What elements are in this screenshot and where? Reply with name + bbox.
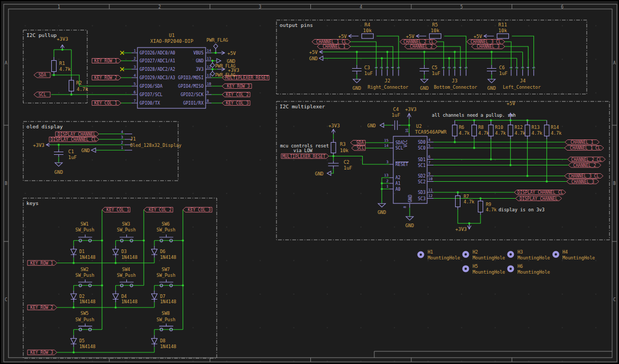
diode-d7[interactable]: D7 1N4148 — [152, 291, 177, 304]
label-key-row-1[interactable]: KEY_ROW_1 — [27, 260, 57, 266]
resistor-r5[interactable]: R5 10k — [429, 22, 441, 39]
power-3v3-icon[interactable]: +3V3 — [328, 123, 340, 135]
gnd-rail-icon[interactable]: GND — [309, 56, 323, 61]
power-5v-rail-icon[interactable]: +5V — [309, 50, 323, 55]
label-channel-1-cl[interactable]: CHANNEL_1_CL — [312, 40, 350, 45]
switch-sw5[interactable]: SW5 SW_Push — [76, 311, 95, 331]
switch-sw3[interactable]: SW3 SW_Push — [117, 221, 136, 242]
gnd-icon[interactable]: GND — [217, 59, 235, 64]
diode-d1[interactable]: D1 1N4148 — [71, 246, 96, 260]
mounting-hole-h3[interactable]: H3 MountingHole — [507, 249, 550, 260]
label-display-channel[interactable]: DISPLAY_CHANNEL — [56, 132, 99, 137]
connector-j2[interactable]: 1 2 3 4 5 J2 Right_Connector — [368, 67, 409, 90]
switch-sw6[interactable]: SW6 SW_Push — [156, 221, 175, 242]
label-key-col-3[interactable]: KEY_COL_3 — [222, 101, 250, 106]
capacitor-c4[interactable]: C4 1uF — [392, 107, 401, 130]
label-scl[interactable]: SCL — [352, 146, 365, 151]
label-key-col-3[interactable]: KEY_COL_3 — [183, 207, 212, 212]
label-channel-1[interactable]: CHANNEL_1 — [317, 44, 350, 50]
diode-d6[interactable]: D6 1N4148 — [152, 246, 177, 260]
switch-sw8[interactable]: SW8 SW_Push — [156, 311, 175, 331]
power-3v3-icon[interactable]: +3V3 — [57, 36, 68, 50]
schematic-canvas[interactable]: 1 2 3 4 5 6 A B C A B C I2C pullup oled … — [0, 0, 619, 364]
label-key-row-3[interactable]: KEY_ROW_3 — [222, 84, 252, 89]
switch-sw4[interactable]: SW4 SW_Push — [117, 267, 136, 287]
label-key-row-2[interactable]: KEY_ROW_2 — [92, 76, 121, 81]
power-5v-icon[interactable]: +5V — [406, 34, 427, 39]
power-3v3-icon[interactable]: +3V3 — [405, 107, 417, 119]
connector-j4[interactable]: 1 2 3 4 5 J4 Left_Connector — [503, 67, 541, 90]
label-key-col-1[interactable]: KEY_COL_1 — [92, 101, 121, 106]
label-scl[interactable]: SCL — [34, 92, 50, 97]
mcu-u1[interactable]: U1 XIAO-RP2040-DIP 1 2 3 4 5 6 7 GPIO26/… — [132, 33, 211, 108]
capacitor-c6[interactable]: C6 1uF — [487, 65, 507, 76]
gnd-icon[interactable]: GND — [54, 163, 63, 175]
label-display-channel-cl[interactable]: DISPLAY_CHANNEL_CL — [49, 137, 99, 142]
gnd-icon[interactable]: GND — [367, 123, 384, 128]
label-channel-1[interactable]: CHANNEL_1 — [565, 140, 599, 145]
resistor-r9[interactable]: R9 4.7k — [478, 199, 497, 215]
mounting-hole-h4[interactable]: H4 MountingHole — [552, 249, 595, 260]
power-5v-icon[interactable]: +5V — [217, 51, 236, 56]
resistor-r8[interactable]: R8 4.7k — [472, 120, 489, 139]
label-channel-2-cl[interactable]: CHANNEL_2_CL — [400, 40, 437, 45]
connector-j1[interactable]: 4 3 2 1 J1 Oled_128x32_Display — [121, 130, 181, 151]
power-5v-icon[interactable]: +5V — [474, 34, 494, 39]
label-channel-2-cl[interactable]: CHANNEL_2_CL — [568, 157, 606, 162]
label-key-col-2[interactable]: KEY_COL_2 — [144, 207, 173, 212]
switch-sw7[interactable]: SW7 SW_Push — [156, 267, 175, 287]
mounting-hole-h1[interactable]: H1 MountingHole — [418, 249, 460, 260]
power-5v-icon[interactable]: +5V — [338, 34, 359, 39]
label-key-row-2[interactable]: KEY_ROW_2 — [27, 305, 57, 310]
switch-sw2[interactable]: SW2 SW_Push — [76, 267, 95, 287]
resistor-r7[interactable]: R7 4.7k — [456, 192, 475, 210]
diode-d4[interactable]: D4 1N4148 — [113, 291, 137, 304]
label-sda[interactable]: SDA — [34, 72, 50, 78]
mux-u2[interactable]: U2 TCA9546APWR 16 VCC 8 GND 15 14 3 13 2… — [384, 124, 447, 208]
capacitor-c2[interactable]: C2 1uF — [328, 160, 353, 171]
label-channel-2[interactable]: CHANNEL_2 — [568, 163, 601, 168]
resistor-r6[interactable]: R6 4.7k — [452, 120, 470, 139]
resistor-r14[interactable]: R14 4.7k — [544, 120, 562, 139]
gnd-icon[interactable]: GND — [377, 203, 386, 214]
resistor-r12[interactable]: R12 4.7k — [508, 120, 525, 139]
connector-j3[interactable]: 1 2 3 4 5 J3 Bottom_Connector — [434, 67, 477, 90]
gnd-icon[interactable]: GND — [353, 79, 361, 91]
gnd-icon[interactable]: GND — [487, 79, 496, 91]
resistor-r1[interactable]: R1 4.7k — [52, 57, 71, 75]
resistor-r3[interactable]: R3 10k — [331, 139, 349, 156]
resistor-r11[interactable]: R11 10k — [497, 22, 509, 39]
mounting-hole-h2[interactable]: H2 MountingHole — [463, 249, 505, 260]
gnd-icon[interactable]: GND — [405, 217, 414, 228]
label-multiplexer-reset[interactable]: MULTIPLEXER_RESET — [281, 154, 329, 159]
label-display-channel[interactable]: DISPLAY_CHANNEL — [515, 196, 561, 201]
label-display-channel-cl[interactable]: DISPLAY_CHANNEL_CL — [514, 190, 566, 195]
label-channel-3[interactable]: CHANNEL_3 — [472, 44, 505, 50]
switch-sw1[interactable]: SW1 SW_Push — [76, 221, 95, 242]
diode-d5[interactable]: D5 1N4148 — [71, 335, 96, 349]
capacitor-c5[interactable]: C5 1uF — [420, 65, 440, 76]
diode-d8[interactable]: D8 1N4148 — [152, 335, 177, 349]
capacitor-c3[interactable]: C3 1uF — [352, 65, 373, 76]
label-key-row-1[interactable]: KEY_ROW_1 — [92, 59, 121, 64]
label-channel-1-cl[interactable]: CHANNEL_1_CL — [565, 146, 604, 151]
gnd-icon[interactable]: GND — [315, 171, 331, 176]
mounting-hole-h6[interactable]: H6 MountingHole — [507, 264, 550, 275]
label-sda[interactable]: SDA — [350, 141, 365, 146]
gnd-icon[interactable]: GND — [81, 148, 96, 153]
diode-d3[interactable]: D3 1N4148 — [113, 246, 137, 260]
resistor-r13[interactable]: R13 4.7k — [525, 120, 542, 139]
capacitor-c1[interactable]: C1 1uF — [54, 149, 77, 160]
label-channel-3[interactable]: CHANNEL_3 — [567, 179, 599, 184]
power-3v3-down-icon[interactable]: +3V3 — [455, 223, 471, 232]
resistor-r4[interactable]: R4 10k — [362, 22, 373, 39]
label-channel-3-cl[interactable]: CHANNEL_3_CL — [467, 40, 505, 45]
label-channel-3-cl[interactable]: CHANNEL_3_CL — [565, 174, 603, 179]
label-key-col-2[interactable]: KEY_COL_2 — [222, 92, 250, 98]
power-3v3-icon[interactable]: +3V3 — [33, 143, 50, 148]
diode-d2[interactable]: D2 1N4148 — [71, 291, 96, 304]
label-key-row-3[interactable]: KEY_ROW_3 — [27, 350, 57, 355]
mounting-hole-h5[interactable]: H5 MountingHole — [463, 264, 505, 275]
label-channel-2[interactable]: CHANNEL_2 — [404, 44, 437, 50]
gnd-icon[interactable]: GND — [420, 79, 429, 91]
